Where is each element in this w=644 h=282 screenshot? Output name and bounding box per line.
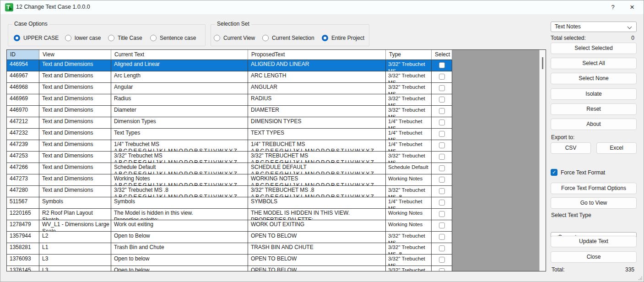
row-select-checkbox[interactable] bbox=[439, 177, 445, 183]
force-text-format-checkbox[interactable]: Force Text Format bbox=[551, 169, 637, 176]
cell-proposed-text: ANGULAR bbox=[248, 83, 386, 94]
cell-proposed-text: OPEN TO BELOW bbox=[248, 266, 386, 271]
table-row[interactable]: 1376145L3Open to belowOPEN TO BELOW3/32"… bbox=[7, 266, 452, 271]
row-select-checkbox[interactable] bbox=[439, 62, 445, 68]
radio-icon[interactable] bbox=[322, 35, 328, 41]
export-excel-button[interactable]: Excel bbox=[596, 142, 637, 154]
cell-view: Text and Dimensions bbox=[39, 60, 111, 71]
table-row[interactable]: 447239Text and Dimensions1/4" Trebuchet … bbox=[7, 140, 452, 152]
cell-select bbox=[432, 174, 452, 185]
cell-id: 447273 bbox=[7, 174, 39, 185]
table-row[interactable]: 446967Text and DimensionsArc LengthARC L… bbox=[7, 71, 452, 83]
table-row[interactable]: 447232Text and DimensionsText TypesTEXT … bbox=[7, 129, 452, 140]
row-select-checkbox[interactable] bbox=[439, 268, 445, 271]
scrollbar-thumb[interactable] bbox=[542, 57, 543, 69]
row-select-checkbox[interactable] bbox=[439, 200, 445, 206]
table-row[interactable]: 446970Text and DimensionsDiameterDIAMETE… bbox=[7, 106, 452, 117]
cell-current-text: Trash Bin and Chute bbox=[111, 243, 248, 254]
cell-view: Text and Dimensions bbox=[39, 186, 111, 197]
row-select-checkbox[interactable] bbox=[439, 234, 445, 240]
row-select-checkbox[interactable] bbox=[439, 97, 445, 103]
table-row[interactable]: 447253Text and Dimensions3/32" Trebuchet… bbox=[7, 152, 452, 163]
cell-type: 3/32" Trebuchet MS bbox=[386, 94, 432, 105]
column-header-view[interactable]: View bbox=[39, 50, 111, 60]
radio-title-case[interactable]: Title Case bbox=[108, 35, 142, 41]
table-row[interactable]: 511567SymbolsSymbolsSYMBOLS1/4" Trebuche… bbox=[7, 197, 452, 209]
cell-view: Text and Dimensions bbox=[39, 71, 111, 82]
radio-label: UPPER CASE bbox=[23, 35, 59, 41]
cell-type: 3/32" Trebuchet MS bbox=[386, 60, 432, 71]
column-header-proposed[interactable]: ProposedText bbox=[248, 50, 386, 60]
row-select-checkbox[interactable] bbox=[439, 142, 445, 148]
radio-icon[interactable] bbox=[214, 35, 220, 41]
cell-type: 3/32" Trebuchet MS .8 bbox=[386, 186, 432, 197]
column-header-select[interactable]: Select bbox=[432, 50, 452, 60]
go-to-view-button[interactable]: Go to View bbox=[551, 197, 637, 209]
isolate-button[interactable]: Isolate bbox=[551, 88, 637, 100]
radio-lower-case[interactable]: lower case bbox=[65, 35, 101, 41]
table-row[interactable]: 447212Text and DimensionsDimension Types… bbox=[7, 117, 452, 129]
cell-type: 1/4" Trebuchet MS bbox=[386, 197, 432, 208]
table-row[interactable]: 447273Text and DimensionsWorking NotesAB… bbox=[7, 174, 452, 186]
cell-id: 446968 bbox=[7, 83, 39, 94]
title-bar[interactable]: T 12 Change Text Case 1.0.0.0 ? × bbox=[0, 0, 644, 14]
table-vertical-scrollbar[interactable] bbox=[539, 50, 546, 271]
row-select-checkbox[interactable] bbox=[439, 119, 445, 125]
radio-current-selection[interactable]: Current Selection bbox=[262, 35, 314, 41]
total-selected-row: Total selected: 0 bbox=[551, 35, 637, 41]
radio-icon[interactable] bbox=[65, 35, 71, 41]
category-dropdown[interactable]: Text Notes bbox=[551, 22, 637, 32]
radio-sentence-case[interactable]: Sentence case bbox=[150, 35, 196, 41]
select-none-button[interactable]: Select None bbox=[551, 73, 637, 84]
reset-button[interactable]: Reset bbox=[551, 103, 637, 115]
column-header-id[interactable]: ID bbox=[7, 50, 39, 60]
column-header-current[interactable]: Current Text bbox=[111, 50, 248, 60]
row-select-checkbox[interactable] bbox=[439, 154, 445, 160]
cell-proposed-text: ARC LENGTH bbox=[248, 71, 386, 82]
row-select-checkbox[interactable] bbox=[439, 165, 445, 171]
row-select-checkbox[interactable] bbox=[439, 85, 445, 91]
select-all-button[interactable]: Select All bbox=[551, 58, 637, 69]
row-select-checkbox[interactable] bbox=[439, 74, 445, 80]
cell-proposed-text: OPEN TO BELOW bbox=[248, 232, 386, 243]
right-panel: Text Notes Total selected: 0 Select Sele… bbox=[551, 0, 637, 282]
radio-icon[interactable] bbox=[108, 35, 114, 41]
radio-upper-case[interactable]: UPPER CASE bbox=[14, 35, 59, 41]
resize-grip[interactable] bbox=[639, 277, 642, 280]
table-row[interactable]: 447280Text and Dimensions3/32" Trebuchet… bbox=[7, 186, 452, 197]
row-select-checkbox[interactable] bbox=[439, 131, 445, 137]
radio-icon[interactable] bbox=[150, 35, 157, 41]
table-row[interactable]: 1376093L3Open to belowOPEN TO BELOW3/32"… bbox=[7, 255, 452, 266]
cell-type: 3/32" Trebuchet MS bbox=[386, 83, 432, 94]
checkbox-icon[interactable] bbox=[551, 169, 557, 176]
row-select-checkbox[interactable] bbox=[439, 108, 445, 114]
force-text-format-options-button[interactable]: Force Text Format Options bbox=[551, 183, 637, 194]
row-select-checkbox[interactable] bbox=[439, 245, 445, 251]
table-row[interactable]: 1357944L2Open to BelowOPEN TO BELOW3/32"… bbox=[7, 232, 452, 243]
select-selected-button[interactable]: Select Selected bbox=[551, 43, 637, 54]
update-text-button[interactable]: Update Text bbox=[551, 236, 637, 247]
cell-type: 3/32" Trebuchet MS bbox=[386, 152, 432, 163]
radio-icon[interactable] bbox=[262, 35, 269, 41]
radio-icon[interactable] bbox=[14, 35, 20, 41]
radio-entire-project[interactable]: Entire Project bbox=[322, 35, 364, 41]
table-row[interactable]: 446954Text and DimensionsAligned and Lin… bbox=[7, 60, 452, 71]
table-row[interactable]: 446968Text and DimensionsAngularANGULAR3… bbox=[7, 83, 452, 94]
export-csv-button[interactable]: CSV bbox=[551, 142, 591, 154]
table-row[interactable]: 447266Text and DimensionsSchedule Defaul… bbox=[7, 163, 452, 174]
row-select-checkbox[interactable] bbox=[439, 222, 445, 228]
cell-select bbox=[432, 186, 452, 197]
about-button[interactable]: About bbox=[551, 119, 637, 130]
table-row[interactable]: 1220165R2 Roof Plan LayoutSketchThe Mode… bbox=[7, 209, 452, 220]
cell-select bbox=[432, 83, 452, 94]
table-row[interactable]: 1358281L1Trash Bin and ChuteTRASH BIN AN… bbox=[7, 243, 452, 255]
row-select-checkbox[interactable] bbox=[439, 188, 445, 194]
radio-current-view[interactable]: Current View bbox=[214, 35, 255, 41]
column-header-type[interactable]: Type bbox=[386, 50, 432, 60]
row-select-checkbox[interactable] bbox=[439, 211, 445, 217]
close-button[interactable]: Close bbox=[551, 251, 637, 263]
table-row[interactable]: 1278479WV_L1 - Dimensions LargeScaleWork… bbox=[7, 220, 452, 232]
row-select-checkbox[interactable] bbox=[439, 257, 445, 263]
table-row[interactable]: 446969Text and DimensionsRadiusRADIUS3/3… bbox=[7, 94, 452, 106]
chevron-down-icon bbox=[628, 25, 632, 29]
